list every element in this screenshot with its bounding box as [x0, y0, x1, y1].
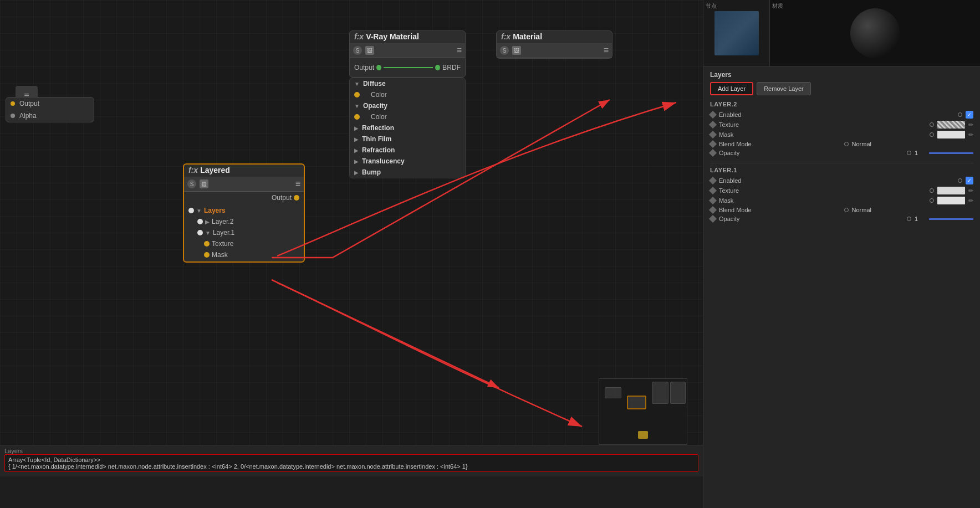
material-node[interactable]: f:x Material S 🖼 ≡ [496, 30, 612, 59]
layer1-mask-preview [937, 197, 965, 204]
vray-menu-icon[interactable]: ≡ [457, 45, 462, 55]
layer1-texture-label: Texture [719, 187, 926, 194]
layer1-mask-edit[interactable]: ✏ [968, 197, 973, 204]
layer2-mask-row: Mask ✏ [710, 130, 973, 140]
add-layer-button[interactable]: Add Layer [710, 82, 753, 95]
layer2-opacity-value: 1 [915, 150, 926, 156]
layer1-enabled-diamond [709, 177, 717, 184]
vray-conn-line [384, 67, 433, 68]
layered-icon-img: 🖼 [200, 179, 208, 188]
layer1-opacity-row: Opacity 1 [710, 214, 973, 223]
diffuse-label: Diffuse [363, 80, 386, 88]
bottom-bar-label: Layers [4, 448, 698, 454]
layers-panel-content: Layers Add Layer Remove Layer LAYER.2 En… [703, 66, 980, 233]
node-preview-thumbnail [714, 11, 759, 55]
right-panel: 节点 材质 Layers Add Layer Remove Layer LAYE… [703, 0, 980, 508]
layer1-texture-circle [930, 188, 934, 193]
layered-node[interactable]: f:x Layered S 🖼 ≡ Output ▼ Layers ▶ Laye… [183, 163, 305, 263]
material-node-title: f:x Material [497, 31, 612, 43]
node-canvas[interactable]: ≡ Output Alpha f:x Layered S 🖼 ≡ Output [0, 0, 703, 476]
layer2-texture-edit[interactable]: ✏ [968, 121, 973, 129]
vray-output-label: Output [354, 64, 374, 71]
opacity-color-dot [354, 114, 360, 120]
layer2-mask-circle [930, 132, 934, 137]
layer1-opacity-diamond [709, 215, 717, 223]
reflection-row: ▶ Reflection [350, 122, 465, 134]
diffuse-color-label: Color [371, 91, 387, 99]
layer1-opacity-value: 1 [915, 215, 926, 222]
material-menu-icon[interactable]: ≡ [604, 45, 609, 55]
layer1-blend-circle [844, 208, 849, 212]
layer2-label: Layer.2 [212, 218, 233, 225]
layers-dot [188, 208, 194, 213]
layer1-enabled-row: Enabled ✓ [710, 176, 973, 186]
opacity-color-row: Color [350, 111, 465, 122]
vray-icon-img: 🖼 [365, 46, 374, 55]
layer1-section: LAYER.1 Enabled ✓ Texture ✏ Mask [710, 167, 973, 223]
layer1-blend-value: Normal [852, 207, 974, 213]
remove-layer-button[interactable]: Remove Layer [757, 82, 811, 95]
translucency-label: Translucency [362, 157, 405, 165]
preview-right-label: 材质 [772, 2, 783, 10]
layer2-blend-row: Blend Mode Normal [710, 140, 973, 148]
layered-output-label: Output [272, 194, 292, 202]
layer2-blend-circle [844, 142, 849, 146]
thin-film-row: ▶ Thin Film [350, 134, 465, 145]
layer2-mask-diamond [709, 131, 717, 138]
layer2-dot [197, 219, 203, 224]
layer2-row: ▶ Layer.2 [197, 216, 299, 227]
vray-output-row: Output BRDF [350, 61, 465, 74]
output-dot [11, 101, 15, 106]
layer2-opacity-diamond [709, 149, 717, 157]
layer1-blend-label: Blend Mode [719, 207, 841, 213]
layered-icon-s: S [187, 179, 196, 188]
bottom-bar-line2: { 1/<net.maxon.datatype.internedid> net.… [8, 463, 695, 470]
layer2-opacity-circle [907, 151, 911, 155]
layers-panel-title: Layers [710, 71, 973, 79]
layer1-texture-diamond [709, 187, 717, 194]
layer2-texture-diamond [709, 121, 717, 129]
layer1-enabled-checkbox[interactable]: ✓ [966, 177, 973, 184]
layer1-blend-row: Blend Mode Normal [710, 206, 973, 214]
brdf-label: BRDF [442, 64, 461, 71]
bottom-status-bar: Layers Array<Tuple<Id, DataDictionary>> … [0, 445, 703, 476]
refraction-label: Refraction [362, 146, 395, 154]
layer2-blend-diamond [709, 140, 717, 148]
opacity-color-label: Color [371, 113, 387, 121]
material-preview-sphere [850, 8, 900, 58]
diffuse-section: ▼ Diffuse [350, 78, 465, 89]
minimap-node-3 [652, 382, 668, 404]
layered-output-row: Output [184, 192, 304, 204]
material-icon-img: 🖼 [512, 46, 521, 55]
layer-divider [710, 163, 973, 163]
minimap [599, 378, 687, 445]
opacity-label: Opacity [363, 102, 387, 110]
mask-dot [204, 252, 210, 258]
vray-material-node[interactable]: f:x V-Ray Material S 🖼 ≡ Output BRDF [349, 30, 466, 78]
preview-left-label: 节点 [706, 2, 717, 10]
layer2-enabled-circle [958, 112, 962, 117]
bump-label: Bump [362, 168, 381, 176]
minimap-node-4 [670, 382, 686, 404]
layer2-mask-edit[interactable]: ✏ [968, 131, 973, 138]
layered-output-dot [294, 195, 299, 201]
layer1-opacity-circle [907, 217, 911, 221]
layer1-opacity-label: Opacity [719, 215, 904, 222]
vray-props-panel: ▼ Diffuse Color ▼ Opacity Color ▶ Reflec… [349, 78, 466, 178]
layer2-enabled-checkbox[interactable]: ✓ [966, 111, 973, 119]
layer1-enabled-label: Enabled [719, 177, 955, 184]
layer1-texture-edit[interactable]: ✏ [968, 187, 973, 194]
vray-output-conn [376, 65, 381, 70]
layers-label: Layers [204, 207, 226, 214]
material-title: Material [513, 32, 542, 41]
translucency-row: ▶ Translucency [350, 156, 465, 167]
bottom-bar-line1: Array<Tuple<Id, DataDictionary>> [8, 456, 695, 463]
node-preview-area: 节点 [703, 0, 770, 66]
layered-menu-icon[interactable]: ≡ [295, 179, 300, 189]
layer1-mask-circle [930, 198, 934, 203]
output-node: Output Alpha [6, 97, 94, 122]
layer2-enabled-row: Enabled ✓ [710, 110, 973, 120]
opacity-section: ▼ Opacity [350, 100, 465, 111]
layer2-section: LAYER.2 Enabled ✓ Texture ✏ Mask [710, 101, 973, 157]
material-icon-s: S [500, 46, 509, 55]
